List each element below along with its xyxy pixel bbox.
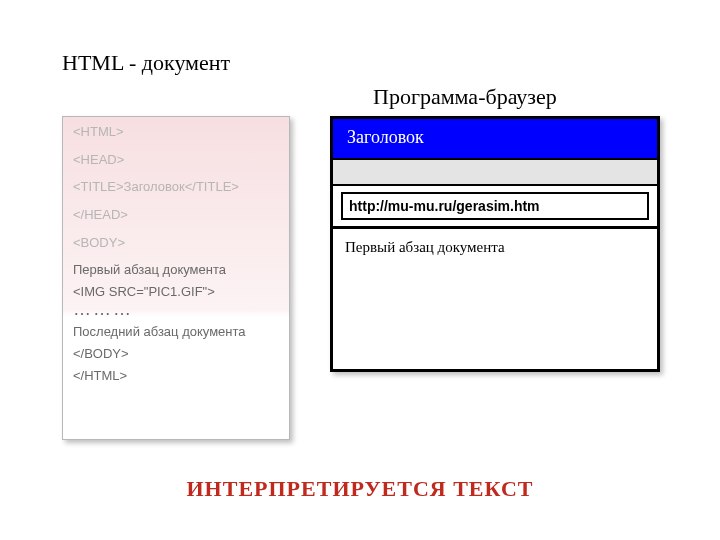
code-line: </HTML>: [73, 369, 279, 383]
address-bar-wrap: http://mu-mu.ru/gerasim.htm: [333, 186, 657, 229]
code-line: </HEAD>: [73, 208, 279, 222]
browser-window: Заголовок http://mu-mu.ru/gerasim.htm Пе…: [330, 116, 660, 372]
code-line: <HTML>: [73, 125, 279, 139]
code-line: Последний абзац документа: [73, 325, 279, 339]
footer-caption: ИНТЕРПРЕТИРУЕТСЯ ТЕКСТ: [0, 476, 720, 502]
html-source-panel: <HTML> <HEAD> <TITLE>Заголовок</TITLE> <…: [62, 116, 290, 440]
code-line: <HEAD>: [73, 153, 279, 167]
browser-menubar: [333, 158, 657, 186]
code-line: Первый абзац документа: [73, 263, 279, 277]
browser-titlebar: Заголовок: [333, 119, 657, 158]
html-document-heading: HTML - документ: [62, 50, 230, 76]
browser-heading: Программа-браузер: [373, 84, 557, 110]
code-line: </BODY>: [73, 347, 279, 361]
code-line: <IMG SRC="PIC1.GIF">: [73, 285, 279, 299]
address-bar[interactable]: http://mu-mu.ru/gerasim.htm: [341, 192, 649, 220]
code-line: <BODY>: [73, 236, 279, 250]
code-line: <TITLE>Заголовок</TITLE>: [73, 180, 279, 194]
code-ellipsis: ………: [73, 300, 279, 319]
browser-page-body: Первый абзац документа: [333, 229, 657, 266]
